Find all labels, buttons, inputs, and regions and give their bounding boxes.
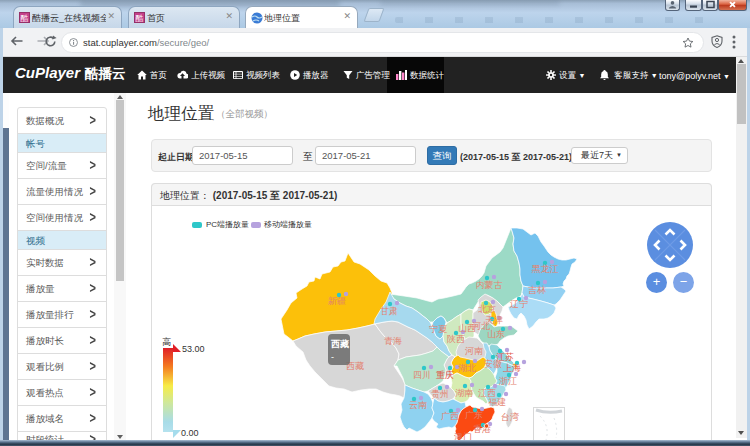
svg-text:吉林: 吉林 — [528, 285, 546, 295]
svg-text:天津: 天津 — [485, 315, 503, 325]
svg-text:重庆: 重庆 — [436, 370, 454, 380]
svg-text:云南: 云南 — [409, 400, 427, 410]
svg-text:台湾: 台湾 — [501, 412, 519, 422]
svg-text:广东: 广东 — [465, 410, 483, 420]
svg-text:新疆: 新疆 — [328, 296, 346, 306]
svg-text:福建: 福建 — [488, 397, 506, 407]
svg-text:湖北: 湖北 — [458, 363, 476, 373]
svg-text:山东: 山东 — [487, 329, 505, 339]
svg-text:北京: 北京 — [478, 304, 496, 314]
svg-text:黑龙江: 黑龙江 — [532, 264, 559, 274]
svg-text:四川: 四川 — [413, 370, 431, 380]
svg-text:安徽: 安徽 — [484, 359, 502, 369]
svg-text:浙江: 浙江 — [498, 376, 517, 386]
svg-text:广西: 广西 — [441, 411, 459, 421]
svg-text:贵州: 贵州 — [431, 389, 449, 399]
svg-text:河南: 河南 — [465, 346, 483, 356]
svg-text:青海: 青海 — [384, 336, 402, 346]
svg-text:甘肃: 甘肃 — [380, 306, 398, 316]
svg-text:上海: 上海 — [503, 363, 521, 373]
svg-text:内蒙古: 内蒙古 — [476, 280, 503, 290]
svg-text:辽宁: 辽宁 — [510, 299, 528, 309]
svg-text:陕西: 陕西 — [447, 334, 465, 344]
svg-text:宁夏: 宁夏 — [429, 324, 447, 334]
svg-text:湖南: 湖南 — [455, 388, 473, 398]
